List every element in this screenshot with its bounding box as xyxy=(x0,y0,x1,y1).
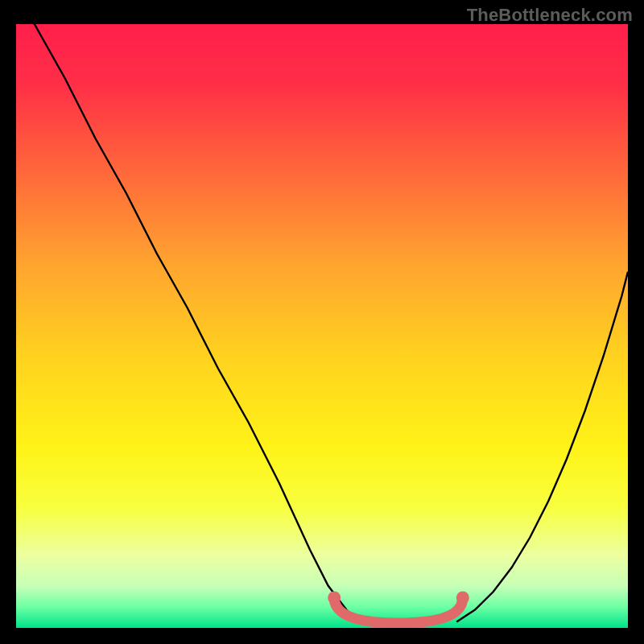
valley-band xyxy=(334,598,463,624)
curve-left xyxy=(16,24,359,622)
watermark-text: TheBottleneck.com xyxy=(467,5,633,26)
curve-right xyxy=(456,272,628,622)
chart-frame: TheBottleneck.com xyxy=(0,0,644,644)
band-end-dot-right xyxy=(456,592,469,605)
plot-area xyxy=(16,24,628,628)
chart-curves xyxy=(16,24,628,628)
band-end-dot-left xyxy=(328,592,341,605)
